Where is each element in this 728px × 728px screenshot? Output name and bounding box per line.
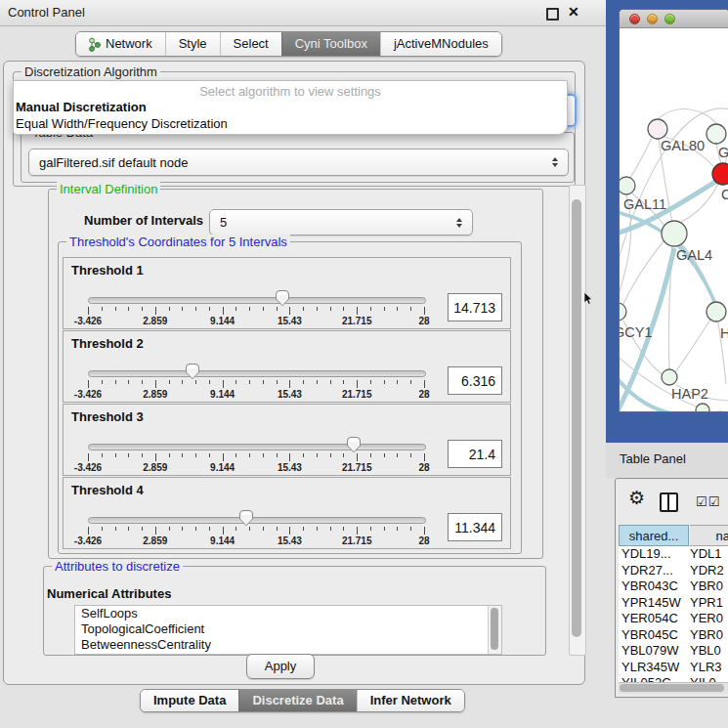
slider-thumb[interactable]: [275, 289, 290, 307]
slider-tick: [249, 380, 250, 384]
table-row[interactable]: YER054CYER0: [619, 611, 728, 627]
panel-vertical-scrollbar-thumb[interactable]: [572, 199, 581, 637]
slider-thumb[interactable]: [185, 363, 200, 380]
node-hap2[interactable]: [662, 369, 677, 385]
slider-tick: [236, 453, 236, 457]
attribute-list-item[interactable]: BetweennessCentrality: [75, 637, 501, 653]
node-gcy1[interactable]: [620, 303, 626, 321]
table-row[interactable]: YDL19...YDL1: [619, 546, 728, 563]
slider-tick-label: 21.715: [342, 462, 372, 473]
slider-tick: [357, 527, 358, 535]
column-header-name[interactable]: na: [690, 525, 728, 546]
cell-name: YBL0: [690, 643, 721, 660]
column-header-shared-name[interactable]: shared...: [619, 525, 689, 546]
slider-tick-label: 28: [418, 389, 429, 400]
tab-select[interactable]: Select: [220, 32, 281, 56]
tab-impute-data[interactable]: Impute Data: [141, 690, 238, 711]
node-gal4[interactable]: [662, 221, 687, 246]
threshold-slider-3[interactable]: -3.4262.8599.14415.4321.71528: [88, 434, 424, 473]
network-canvas[interactable]: GAL80 GA C GAL11 GAL4 GCY1 H HAP2: [620, 27, 728, 411]
table-row[interactable]: YPR145WYPR1: [619, 595, 728, 612]
slider-thumb[interactable]: [238, 509, 254, 527]
table-row[interactable]: YLR345WYLR3: [619, 660, 728, 676]
tab-jactivemnodules[interactable]: jActiveMNodules: [380, 32, 501, 56]
threshold-slider-1[interactable]: -3.4262.8599.14415.4321.71528: [88, 287, 424, 326]
table-row[interactable]: YBR043CYBR0: [619, 578, 728, 595]
slider-thumb[interactable]: [346, 436, 362, 453]
number-of-intervals-combobox[interactable]: 5: [209, 209, 473, 236]
node-label-gal4: GAL4: [676, 247, 712, 263]
slider-track[interactable]: [88, 517, 426, 524]
tab-label: Network: [106, 32, 152, 56]
node-gal11[interactable]: [620, 177, 635, 194]
slider-tick: [209, 453, 210, 457]
tab-discretize-data[interactable]: Discretize Data: [238, 690, 356, 711]
close-traffic-light[interactable]: [629, 14, 640, 24]
table-row[interactable]: YIL052CYIL0: [619, 675, 728, 682]
node-red-selected[interactable]: [712, 163, 728, 185]
columns-icon[interactable]: [660, 492, 678, 512]
tab-style[interactable]: Style: [165, 32, 220, 56]
node-label-gal11: GAL11: [623, 196, 666, 212]
zoom-traffic-light[interactable]: [664, 14, 675, 24]
slider-tick: [142, 453, 143, 457]
threshold-slider-4[interactable]: -3.4262.8599.14415.4321.71528: [88, 507, 424, 546]
table-horizontal-scrollbar-thumb[interactable]: [620, 684, 724, 692]
node-table-body[interactable]: YDL19...YDL1YDR27...YDR2YBR043CYBR0YPR14…: [619, 546, 728, 682]
slider-tick: [88, 453, 89, 461]
tab-network[interactable]: Network: [76, 32, 165, 56]
threshold-label: Threshold 3: [71, 409, 144, 424]
slider-tick: [195, 380, 196, 384]
slider-tick: [424, 307, 425, 315]
attributes-list-scrollbar-thumb[interactable]: [491, 608, 498, 650]
mouse-cursor: [584, 292, 594, 305]
threshold-value-field[interactable]: 6.316: [448, 366, 502, 395]
combo-arrows-icon: [456, 218, 463, 228]
threshold-slider-2[interactable]: -3.4262.8599.14415.4321.71528: [88, 361, 424, 400]
numerical-attributes-list[interactable]: SelfLoopsTopologicalCoefficientBetweenne…: [74, 605, 502, 655]
slider-tick-label: 28: [418, 535, 429, 546]
table-row[interactable]: YDR27...YDR2: [619, 563, 728, 579]
panel-vertical-scrollbar[interactable]: [569, 185, 586, 656]
node-top-right[interactable]: [707, 124, 726, 144]
slider-tick-label: 28: [418, 462, 429, 473]
node-right-low[interactable]: [707, 302, 726, 321]
slider-track[interactable]: [88, 297, 426, 304]
tab-label: Cyni Toolbox: [295, 32, 367, 56]
slider-tick-label: 2.859: [143, 462, 167, 473]
algorithm-option-manual[interactable]: Manual Discretization: [16, 100, 147, 114]
tab-cyni-toolbox[interactable]: Cyni Toolbox: [281, 32, 380, 56]
table-horizontal-scrollbar[interactable]: [619, 682, 728, 694]
network-window-titlebar[interactable]: [620, 10, 728, 28]
close-icon[interactable]: ✕: [568, 4, 579, 20]
checkbox-icons[interactable]: ☑☑: [696, 494, 720, 509]
table-data-combobox[interactable]: galFiltered.sif default node: [28, 149, 569, 176]
threshold-value-field[interactable]: 21.4: [448, 440, 502, 468]
node-gal80[interactable]: [648, 119, 667, 139]
tab-infer-network[interactable]: Infer Network: [357, 690, 464, 711]
minimize-traffic-light[interactable]: [647, 14, 658, 24]
slider-track[interactable]: [88, 444, 426, 450]
network-view-window[interactable]: GAL80 GA C GAL11 GAL4 GCY1 H HAP2: [619, 9, 728, 412]
attribute-list-item[interactable]: SelfLoops: [75, 606, 501, 621]
float-window-icon[interactable]: [546, 8, 559, 21]
threshold-value-field[interactable]: 11.344: [448, 513, 502, 541]
threshold-label: Threshold 4: [71, 483, 144, 497]
apply-button[interactable]: Apply: [246, 654, 315, 679]
attributes-list-scrollbar[interactable]: [488, 606, 501, 654]
attribute-list-item[interactable]: TopologicalCoefficient: [75, 621, 501, 637]
slider-tick: [115, 453, 116, 457]
network-icon: [89, 37, 101, 52]
gear-icon[interactable]: ⚙: [628, 487, 645, 509]
slider-track[interactable]: [88, 370, 426, 377]
thresholds-group-title: Threshold's Coordinates for 5 Intervals: [66, 235, 290, 249]
node-bottom[interactable]: [696, 404, 709, 411]
table-row[interactable]: YBL079WYBL0: [619, 643, 728, 660]
table-row[interactable]: YBR045CYBR0: [619, 627, 728, 644]
threshold-label: Threshold 2: [71, 336, 144, 351]
threshold-value-field[interactable]: 14.713: [448, 293, 502, 321]
slider-tick: [277, 453, 278, 457]
algorithm-option-equal-width[interactable]: Equal Width/Frequency Discretization: [16, 116, 228, 131]
slider-tick: [343, 307, 344, 311]
slider-tick: [195, 307, 196, 311]
